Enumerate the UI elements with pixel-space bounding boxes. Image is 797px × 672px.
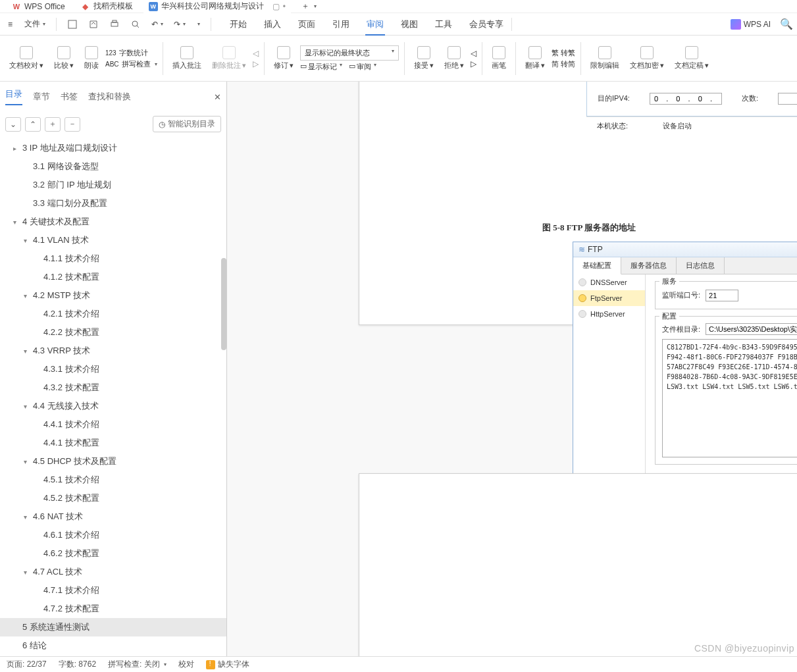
- toc-item[interactable]: 4.3.1 技术介绍: [0, 360, 226, 378]
- app-tab[interactable]: WWPS Office: [7, 1, 70, 13]
- tab-dropdown-icon[interactable]: •: [283, 2, 286, 11]
- next-comment-icon[interactable]: ▷: [253, 59, 259, 68]
- ftp-tab-serverinfo[interactable]: 服务器信息: [621, 257, 677, 274]
- file-menu[interactable]: 文件▾: [20, 16, 49, 32]
- toc-item[interactable]: ▾4.2 MSTP 技术: [0, 286, 226, 305]
- toc-item[interactable]: ▸3 IP 地址及端口规划设计: [0, 139, 226, 157]
- nav-tab-find-replace[interactable]: 查找和替换: [88, 91, 131, 103]
- nav-tab-toc[interactable]: 目录: [5, 88, 22, 105]
- toc-item[interactable]: 4.6.1 技术介绍: [0, 526, 226, 544]
- toc-item[interactable]: 4.7.2 技术配置: [0, 600, 226, 618]
- restrict-edit-button[interactable]: 限制编辑: [586, 46, 623, 70]
- save-icon[interactable]: [63, 16, 82, 32]
- status-spell[interactable]: 拼写检查: 关闭▾: [108, 659, 167, 670]
- to-traditional-button[interactable]: 繁 转繁: [552, 48, 575, 58]
- to-simplified-button[interactable]: 简 转简: [552, 59, 575, 69]
- more-icon[interactable]: ▾: [192, 18, 204, 30]
- wps-ai-button[interactable]: WPS AI: [744, 20, 771, 29]
- toc-item[interactable]: 4.2.1 技术介绍: [0, 305, 226, 323]
- toc-item[interactable]: 4.1.1 技术介绍: [0, 249, 226, 268]
- toc-item[interactable]: 4.4.1 技术配置: [0, 434, 226, 452]
- read-button[interactable]: 朗读: [80, 46, 103, 70]
- proof-button[interactable]: 文档校对▾: [5, 46, 47, 70]
- status-missing-font[interactable]: 缺失字体: [206, 659, 249, 670]
- tab-reference[interactable]: 引用: [331, 13, 351, 36]
- track-changes-button[interactable]: 修订▾: [270, 46, 297, 70]
- spell-check-button[interactable]: ABC拼写检查▾: [105, 59, 157, 69]
- ftp-tab-log[interactable]: 日志信息: [677, 257, 725, 274]
- file-list[interactable]: C8127BD1-72F4-4b9c-B343-59D9F8495F80 CAD…: [662, 339, 797, 457]
- toc-item[interactable]: 4.5.2 技术配置: [0, 489, 226, 507]
- next-change-icon[interactable]: ▷: [471, 59, 476, 68]
- toc-item[interactable]: ▾4 关键技术及配置: [0, 213, 226, 231]
- new-tab[interactable]: ＋▾: [296, 0, 322, 13]
- tab-view[interactable]: 视图: [399, 13, 419, 36]
- show-markup-button[interactable]: ▭显示标记▾: [300, 62, 342, 72]
- hamburger-icon[interactable]: ≡: [4, 17, 16, 32]
- server-dns[interactable]: DNSServer: [573, 274, 645, 290]
- delete-comment-button[interactable]: 删除批注▾: [208, 46, 250, 70]
- ipv4-input[interactable]: [650, 93, 722, 105]
- insert-comment-button[interactable]: 插入批注: [168, 46, 205, 70]
- nav-tab-bookmark[interactable]: 书签: [61, 91, 78, 103]
- root-path-input[interactable]: [706, 323, 797, 335]
- server-ftp[interactable]: FtpServer: [573, 290, 645, 306]
- accept-button[interactable]: 接受▾: [410, 46, 438, 70]
- tab-member[interactable]: 会员专享: [468, 13, 505, 36]
- status-page[interactable]: 页面: 22/37: [7, 659, 47, 670]
- nav-add-button[interactable]: ＋: [45, 117, 61, 132]
- server-http[interactable]: HttpServer: [573, 306, 645, 322]
- template-tab[interactable]: ◆找稻壳模板: [76, 0, 138, 13]
- toc-item[interactable]: ▾4.7 ACL 技术: [0, 563, 226, 581]
- toc-item[interactable]: 4.7.1 技术介绍: [0, 581, 226, 600]
- nav-tab-chapter[interactable]: 章节: [33, 91, 50, 103]
- translate-button[interactable]: 翻译▾: [521, 46, 549, 70]
- tab-page[interactable]: 页面: [297, 13, 317, 36]
- toc-item[interactable]: 4.4.1 技术介绍: [0, 415, 226, 434]
- redo-icon[interactable]: ↷▾: [170, 17, 190, 32]
- toc-item[interactable]: 4.6.2 技术配置: [0, 544, 226, 563]
- compare-button[interactable]: 比较▾: [50, 46, 78, 70]
- ftp-tab-basic[interactable]: 基础配置: [573, 257, 621, 274]
- finalize-button[interactable]: 文档定稿▾: [671, 46, 713, 70]
- status-words[interactable]: 字数: 8762: [59, 659, 96, 670]
- toc-item[interactable]: 4.1.2 技术配置: [0, 268, 226, 286]
- review-pane-button[interactable]: ▭审阅▾: [349, 62, 376, 72]
- encrypt-button[interactable]: 文档加密▾: [626, 46, 668, 70]
- toc-item[interactable]: 6 结论: [0, 636, 226, 655]
- search-icon[interactable]: 🔍: [780, 18, 793, 30]
- toc-item[interactable]: ▾4.5 DHCP 技术及配置: [0, 452, 226, 471]
- toc-item[interactable]: 4.3.2 技术配置: [0, 378, 226, 397]
- pen-button[interactable]: 画笔: [488, 46, 510, 70]
- export-icon[interactable]: [84, 16, 103, 32]
- preview-icon[interactable]: [126, 16, 145, 32]
- markup-display-combo[interactable]: 显示标记的最终状态▾: [300, 45, 399, 61]
- toc-item[interactable]: 3.3 端口划分及配置: [0, 194, 226, 213]
- tab-insert[interactable]: 插入: [263, 13, 282, 36]
- toc-list[interactable]: ▸3 IP 地址及端口规划设计3.1 网络设备选型3.2 部门 IP 地址规划3…: [0, 136, 226, 658]
- smart-toc-button[interactable]: ◷智能识别目录: [153, 116, 221, 132]
- toc-item[interactable]: ▾4.4 无线接入技术: [0, 397, 226, 415]
- tab-tools[interactable]: 工具: [434, 13, 453, 36]
- tab-review[interactable]: 审阅: [365, 13, 385, 36]
- toc-item[interactable]: 5 系统连通性测试: [0, 618, 226, 636]
- port-input[interactable]: [706, 290, 738, 301]
- prev-comment-icon[interactable]: ◁: [253, 49, 259, 58]
- print-icon[interactable]: [105, 16, 124, 32]
- tab-menu-icon[interactable]: ▢: [272, 2, 280, 11]
- tab-start[interactable]: 开始: [228, 13, 248, 36]
- word-count-button[interactable]: 123字数统计: [105, 48, 157, 58]
- nav-scrollbar[interactable]: [221, 258, 226, 350]
- toc-item[interactable]: 4.5.1 技术介绍: [0, 471, 226, 489]
- toc-item[interactable]: 3.2 部门 IP 地址规划: [0, 176, 226, 194]
- reject-button[interactable]: 拒绝▾: [440, 46, 468, 70]
- toc-item[interactable]: ▾4.6 NAT 技术: [0, 507, 226, 526]
- count-input[interactable]: [778, 93, 797, 105]
- prev-change-icon[interactable]: ◁: [471, 49, 476, 58]
- undo-icon[interactable]: ↶▾: [147, 17, 167, 32]
- document-area[interactable]: PING测试 目的IPV4: 次数: 发送 本机状态: 设备启动 ping 成功…: [227, 82, 797, 658]
- close-panel-icon[interactable]: ✕: [214, 92, 221, 102]
- nav-down-button[interactable]: ⌄: [5, 117, 21, 132]
- document-tab[interactable]: W华兴科技公司网络规划与设计▢•: [143, 0, 291, 13]
- nav-up-button[interactable]: ⌃: [25, 117, 41, 132]
